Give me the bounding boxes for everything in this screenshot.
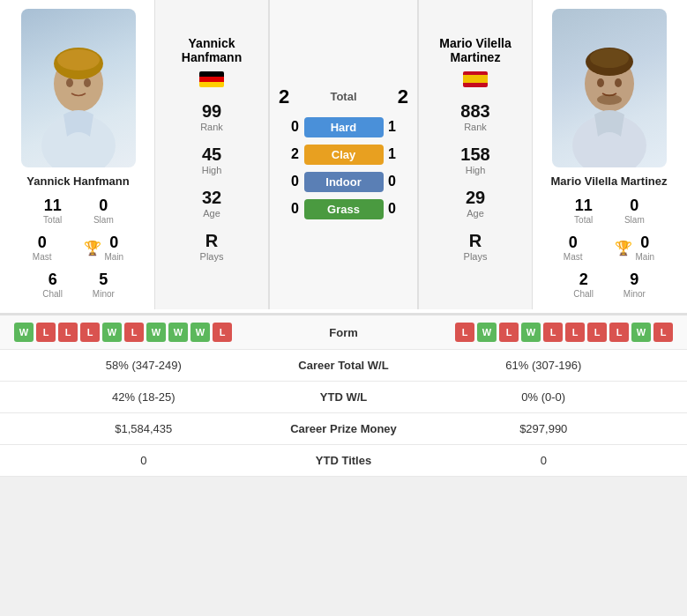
left-high-row: 45 High	[202, 145, 222, 175]
left-main-trophy-row: 🏆 0 Main	[84, 234, 124, 262]
total-label: Total	[330, 90, 356, 103]
surface-badge-indoor: Indoor	[304, 172, 384, 192]
form-badge-l: L	[213, 323, 232, 342]
right-slam-stat: 0 Slam	[615, 197, 655, 225]
form-badge-l: L	[80, 323, 100, 342]
left-total-stat: 11 Total	[33, 197, 73, 225]
left-plays-row: R Plays	[200, 231, 224, 262]
right-stats-grid: 11 Total 0 Slam 0 Mast 🏆 0	[564, 197, 654, 299]
right-main-trophy-row: 🏆 0 Main	[615, 234, 655, 262]
left-slam-stat: 0 Slam	[84, 197, 124, 225]
surface-row-clay: 2 Clay 1	[278, 143, 410, 167]
right-mast-trophy-row: 0 Mast	[564, 234, 604, 262]
main-container: Yannick Hanfmann 11 Total 0 Slam 0 Mast	[0, 0, 687, 477]
comparison-right-2: $297,990	[414, 422, 674, 435]
form-badge-w: W	[14, 323, 34, 342]
surface-left-score: 2	[287, 146, 304, 162]
comparison-row-2: $1,584,435 Career Prize Money $297,990	[0, 413, 687, 445]
left-player-name: Yannick Hanfmann	[26, 174, 129, 188]
comparison-row-1: 42% (18-25) YTD W/L 0% (0-0)	[0, 382, 687, 413]
form-badge-l: L	[609, 323, 629, 342]
right-name-title: Mario Vilella Martinez	[426, 36, 525, 64]
form-badge-l: L	[124, 323, 144, 342]
comparison-row-3: 0 YTD Titles 0	[0, 445, 687, 477]
player-comparison-row: Yannick Hanfmann 11 Total 0 Slam 0 Mast	[0, 0, 687, 309]
comparison-center-3: YTD Titles	[273, 454, 414, 467]
right-age-row: 29 Age	[466, 188, 485, 219]
right-total-score: 2	[398, 85, 408, 108]
comparison-rows: 58% (347-249) Career Total W/L 61% (307-…	[0, 350, 687, 477]
form-row: WLLLWLWWWL Form LWLWLLLLWL	[0, 315, 687, 350]
left-player-silhouette	[21, 9, 136, 167]
left-age-row: 32 Age	[202, 188, 221, 219]
form-badge-l: L	[36, 323, 56, 342]
form-badge-l: L	[455, 323, 474, 342]
form-badge-w: W	[146, 323, 166, 342]
svg-point-5	[66, 78, 73, 87]
left-trophy-icon: 🏆	[84, 240, 101, 256]
right-rank-row: 883 Rank	[460, 101, 489, 132]
bottom-comparison: WLLLWLWWWL Form LWLWLLLLWL 58% (347-249)…	[0, 313, 687, 477]
left-player-card: Yannick Hanfmann 11 Total 0 Slam 0 Mast	[0, 0, 154, 309]
right-trophy-icon: 🏆	[615, 240, 632, 256]
comparison-right-0: 61% (307-196)	[414, 359, 674, 372]
left-chall-stat: 6 Chall	[33, 271, 73, 299]
surface-rows: 0 Hard 1 2 Clay 1 0 Indoor 0 0 Grass 0	[278, 115, 410, 225]
surface-right-score: 0	[384, 201, 401, 217]
total-row: 2 Total 2	[270, 85, 417, 108]
comparison-center-1: YTD W/L	[273, 390, 414, 404]
surface-left-score: 0	[287, 201, 304, 217]
form-badge-w: W	[521, 323, 541, 342]
right-center-stats: Mario Vilella Martinez 883 Rank 158 High…	[418, 0, 533, 309]
left-minor-stat: 5 Minor	[84, 271, 124, 299]
right-player-silhouette	[552, 9, 667, 167]
surface-row-hard: 0 Hard 1	[278, 115, 410, 139]
comparison-left-2: $1,584,435	[14, 422, 273, 435]
left-rank-row: 99 Rank	[200, 101, 223, 132]
form-badge-l: L	[543, 323, 563, 342]
form-badge-l: L	[653, 323, 673, 342]
right-total-stat: 11 Total	[564, 197, 604, 225]
comparison-right-1: 0% (0-0)	[414, 390, 674, 404]
left-mast-trophy-row: 0 Mast	[33, 234, 73, 262]
right-chall-stat: 2 Chall	[564, 271, 604, 299]
comparison-left-3: 0	[14, 454, 273, 467]
form-label: Form	[309, 326, 379, 339]
svg-point-12	[597, 78, 604, 87]
surface-badge-clay: Clay	[304, 145, 384, 165]
left-form-badges: WLLLWLWWWL	[14, 323, 309, 342]
comparison-left-0: 58% (347-249)	[14, 359, 273, 372]
right-minor-stat: 9 Minor	[615, 271, 655, 299]
surface-row-indoor: 0 Indoor 0	[278, 170, 410, 194]
surface-badge-hard: Hard	[304, 117, 384, 137]
form-badge-l: L	[58, 323, 78, 342]
surface-left-score: 0	[287, 174, 304, 189]
surface-left-score: 0	[287, 119, 304, 135]
left-flag	[199, 71, 224, 87]
surface-badge-grass: Grass	[304, 199, 384, 219]
left-name-title: Yannick Hanfmann	[162, 36, 261, 64]
comparison-left-1: 42% (18-25)	[14, 390, 273, 404]
comparison-center-2: Career Prize Money	[273, 422, 414, 435]
svg-point-13	[615, 78, 622, 87]
right-player-photo	[552, 9, 667, 167]
svg-point-11	[590, 48, 629, 68]
surface-right-score: 0	[384, 174, 401, 189]
right-plays-row: R Plays	[464, 231, 488, 262]
form-badge-w: W	[190, 323, 210, 342]
surface-right-score: 1	[384, 119, 401, 135]
form-badge-w: W	[477, 323, 497, 342]
svg-point-4	[57, 49, 100, 71]
comparison-right-3: 0	[414, 454, 674, 467]
surface-row-grass: 0 Grass 0	[278, 197, 410, 221]
right-high-row: 158 High	[460, 145, 489, 175]
right-flag	[463, 71, 488, 87]
match-center-section: 2 Total 2 0 Hard 1 2 Clay 1 0 Indoor 0 0…	[269, 0, 418, 309]
comparison-row-0: 58% (347-249) Career Total W/L 61% (307-…	[0, 350, 687, 382]
svg-point-14	[597, 94, 622, 105]
svg-point-6	[84, 78, 91, 87]
form-badge-l: L	[587, 323, 607, 342]
form-badge-w: W	[631, 323, 651, 342]
left-player-photo	[21, 9, 136, 167]
form-badge-w: W	[102, 323, 122, 342]
